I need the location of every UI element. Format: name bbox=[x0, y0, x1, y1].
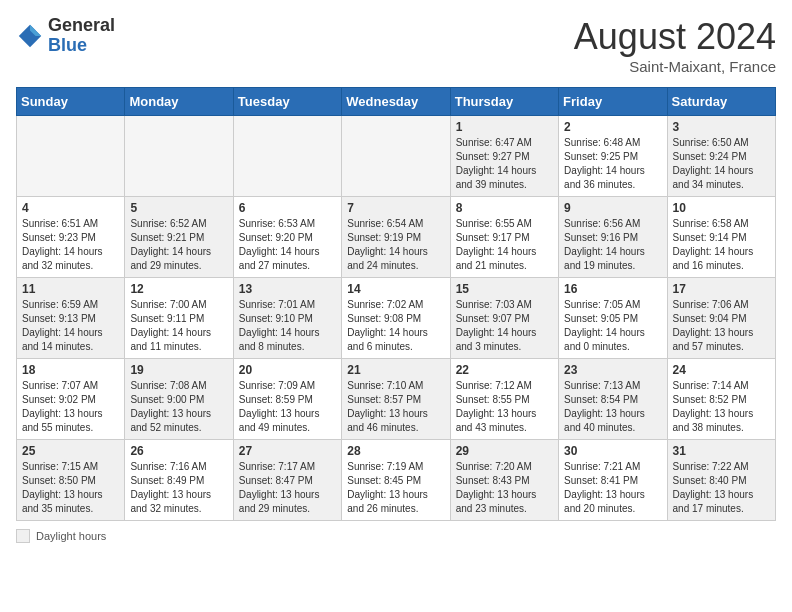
calendar-cell bbox=[125, 116, 233, 197]
calendar-cell: 15 Sunrise: 7:03 AMSunset: 9:07 PMDaylig… bbox=[450, 278, 558, 359]
day-number: 30 bbox=[564, 444, 661, 458]
calendar-cell: 2 Sunrise: 6:48 AMSunset: 9:25 PMDayligh… bbox=[559, 116, 667, 197]
day-number: 12 bbox=[130, 282, 227, 296]
calendar-cell: 7 Sunrise: 6:54 AMSunset: 9:19 PMDayligh… bbox=[342, 197, 450, 278]
day-info: Sunrise: 6:47 AMSunset: 9:27 PMDaylight:… bbox=[456, 137, 537, 190]
day-number: 22 bbox=[456, 363, 553, 377]
day-info: Sunrise: 6:56 AMSunset: 9:16 PMDaylight:… bbox=[564, 218, 645, 271]
calendar-week-row: 25 Sunrise: 7:15 AMSunset: 8:50 PMDaylig… bbox=[17, 440, 776, 521]
calendar-cell: 13 Sunrise: 7:01 AMSunset: 9:10 PMDaylig… bbox=[233, 278, 341, 359]
column-header-tuesday: Tuesday bbox=[233, 88, 341, 116]
calendar-cell: 23 Sunrise: 7:13 AMSunset: 8:54 PMDaylig… bbox=[559, 359, 667, 440]
day-number: 5 bbox=[130, 201, 227, 215]
calendar-cell: 30 Sunrise: 7:21 AMSunset: 8:41 PMDaylig… bbox=[559, 440, 667, 521]
day-info: Sunrise: 6:51 AMSunset: 9:23 PMDaylight:… bbox=[22, 218, 103, 271]
day-info: Sunrise: 6:55 AMSunset: 9:17 PMDaylight:… bbox=[456, 218, 537, 271]
day-number: 15 bbox=[456, 282, 553, 296]
logo-general-text: General bbox=[48, 15, 115, 35]
day-info: Sunrise: 6:54 AMSunset: 9:19 PMDaylight:… bbox=[347, 218, 428, 271]
calendar-cell: 11 Sunrise: 6:59 AMSunset: 9:13 PMDaylig… bbox=[17, 278, 125, 359]
calendar-cell: 16 Sunrise: 7:05 AMSunset: 9:05 PMDaylig… bbox=[559, 278, 667, 359]
day-number: 29 bbox=[456, 444, 553, 458]
calendar-table: SundayMondayTuesdayWednesdayThursdayFrid… bbox=[16, 87, 776, 521]
calendar-cell: 3 Sunrise: 6:50 AMSunset: 9:24 PMDayligh… bbox=[667, 116, 775, 197]
day-number: 27 bbox=[239, 444, 336, 458]
day-info: Sunrise: 7:15 AMSunset: 8:50 PMDaylight:… bbox=[22, 461, 103, 514]
month-title: August 2024 bbox=[574, 16, 776, 58]
calendar-cell: 25 Sunrise: 7:15 AMSunset: 8:50 PMDaylig… bbox=[17, 440, 125, 521]
title-area: August 2024 Saint-Maixant, France bbox=[574, 16, 776, 75]
day-info: Sunrise: 7:14 AMSunset: 8:52 PMDaylight:… bbox=[673, 380, 754, 433]
header: General Blue August 2024 Saint-Maixant, … bbox=[16, 16, 776, 75]
calendar-week-row: 1 Sunrise: 6:47 AMSunset: 9:27 PMDayligh… bbox=[17, 116, 776, 197]
day-number: 2 bbox=[564, 120, 661, 134]
calendar-cell: 9 Sunrise: 6:56 AMSunset: 9:16 PMDayligh… bbox=[559, 197, 667, 278]
day-number: 18 bbox=[22, 363, 119, 377]
day-info: Sunrise: 7:06 AMSunset: 9:04 PMDaylight:… bbox=[673, 299, 754, 352]
day-number: 8 bbox=[456, 201, 553, 215]
day-number: 20 bbox=[239, 363, 336, 377]
day-number: 13 bbox=[239, 282, 336, 296]
calendar-cell: 14 Sunrise: 7:02 AMSunset: 9:08 PMDaylig… bbox=[342, 278, 450, 359]
day-info: Sunrise: 7:21 AMSunset: 8:41 PMDaylight:… bbox=[564, 461, 645, 514]
calendar-cell: 1 Sunrise: 6:47 AMSunset: 9:27 PMDayligh… bbox=[450, 116, 558, 197]
day-number: 16 bbox=[564, 282, 661, 296]
calendar-cell: 8 Sunrise: 6:55 AMSunset: 9:17 PMDayligh… bbox=[450, 197, 558, 278]
calendar-cell: 6 Sunrise: 6:53 AMSunset: 9:20 PMDayligh… bbox=[233, 197, 341, 278]
daylight-label: Daylight hours bbox=[36, 530, 106, 542]
calendar-cell: 5 Sunrise: 6:52 AMSunset: 9:21 PMDayligh… bbox=[125, 197, 233, 278]
calendar-cell: 27 Sunrise: 7:17 AMSunset: 8:47 PMDaylig… bbox=[233, 440, 341, 521]
calendar-cell: 12 Sunrise: 7:00 AMSunset: 9:11 PMDaylig… bbox=[125, 278, 233, 359]
calendar-header-row: SundayMondayTuesdayWednesdayThursdayFrid… bbox=[17, 88, 776, 116]
day-info: Sunrise: 7:12 AMSunset: 8:55 PMDaylight:… bbox=[456, 380, 537, 433]
day-number: 21 bbox=[347, 363, 444, 377]
day-info: Sunrise: 7:03 AMSunset: 9:07 PMDaylight:… bbox=[456, 299, 537, 352]
day-number: 4 bbox=[22, 201, 119, 215]
day-number: 19 bbox=[130, 363, 227, 377]
logo-blue-text: Blue bbox=[48, 35, 87, 55]
day-info: Sunrise: 7:07 AMSunset: 9:02 PMDaylight:… bbox=[22, 380, 103, 433]
day-number: 28 bbox=[347, 444, 444, 458]
day-number: 23 bbox=[564, 363, 661, 377]
day-info: Sunrise: 7:17 AMSunset: 8:47 PMDaylight:… bbox=[239, 461, 320, 514]
day-number: 14 bbox=[347, 282, 444, 296]
day-info: Sunrise: 7:16 AMSunset: 8:49 PMDaylight:… bbox=[130, 461, 211, 514]
calendar-week-row: 18 Sunrise: 7:07 AMSunset: 9:02 PMDaylig… bbox=[17, 359, 776, 440]
day-number: 3 bbox=[673, 120, 770, 134]
column-header-friday: Friday bbox=[559, 88, 667, 116]
calendar-cell bbox=[233, 116, 341, 197]
day-number: 31 bbox=[673, 444, 770, 458]
column-header-thursday: Thursday bbox=[450, 88, 558, 116]
calendar-cell: 31 Sunrise: 7:22 AMSunset: 8:40 PMDaylig… bbox=[667, 440, 775, 521]
day-info: Sunrise: 7:05 AMSunset: 9:05 PMDaylight:… bbox=[564, 299, 645, 352]
calendar-cell: 10 Sunrise: 6:58 AMSunset: 9:14 PMDaylig… bbox=[667, 197, 775, 278]
calendar-cell: 24 Sunrise: 7:14 AMSunset: 8:52 PMDaylig… bbox=[667, 359, 775, 440]
calendar-cell bbox=[342, 116, 450, 197]
logo-icon bbox=[16, 22, 44, 50]
location-subtitle: Saint-Maixant, France bbox=[574, 58, 776, 75]
day-info: Sunrise: 6:52 AMSunset: 9:21 PMDaylight:… bbox=[130, 218, 211, 271]
day-info: Sunrise: 7:22 AMSunset: 8:40 PMDaylight:… bbox=[673, 461, 754, 514]
day-info: Sunrise: 6:59 AMSunset: 9:13 PMDaylight:… bbox=[22, 299, 103, 352]
calendar-week-row: 11 Sunrise: 6:59 AMSunset: 9:13 PMDaylig… bbox=[17, 278, 776, 359]
day-info: Sunrise: 7:01 AMSunset: 9:10 PMDaylight:… bbox=[239, 299, 320, 352]
calendar-cell: 22 Sunrise: 7:12 AMSunset: 8:55 PMDaylig… bbox=[450, 359, 558, 440]
logo: General Blue bbox=[16, 16, 115, 56]
day-info: Sunrise: 7:00 AMSunset: 9:11 PMDaylight:… bbox=[130, 299, 211, 352]
day-info: Sunrise: 7:09 AMSunset: 8:59 PMDaylight:… bbox=[239, 380, 320, 433]
day-info: Sunrise: 7:13 AMSunset: 8:54 PMDaylight:… bbox=[564, 380, 645, 433]
column-header-monday: Monday bbox=[125, 88, 233, 116]
day-number: 6 bbox=[239, 201, 336, 215]
column-header-saturday: Saturday bbox=[667, 88, 775, 116]
footer: Daylight hours bbox=[16, 529, 776, 543]
calendar-cell: 26 Sunrise: 7:16 AMSunset: 8:49 PMDaylig… bbox=[125, 440, 233, 521]
day-info: Sunrise: 7:02 AMSunset: 9:08 PMDaylight:… bbox=[347, 299, 428, 352]
calendar-cell: 21 Sunrise: 7:10 AMSunset: 8:57 PMDaylig… bbox=[342, 359, 450, 440]
daylight-box bbox=[16, 529, 30, 543]
day-info: Sunrise: 6:58 AMSunset: 9:14 PMDaylight:… bbox=[673, 218, 754, 271]
day-number: 26 bbox=[130, 444, 227, 458]
day-info: Sunrise: 7:08 AMSunset: 9:00 PMDaylight:… bbox=[130, 380, 211, 433]
day-number: 11 bbox=[22, 282, 119, 296]
day-info: Sunrise: 6:48 AMSunset: 9:25 PMDaylight:… bbox=[564, 137, 645, 190]
day-number: 1 bbox=[456, 120, 553, 134]
